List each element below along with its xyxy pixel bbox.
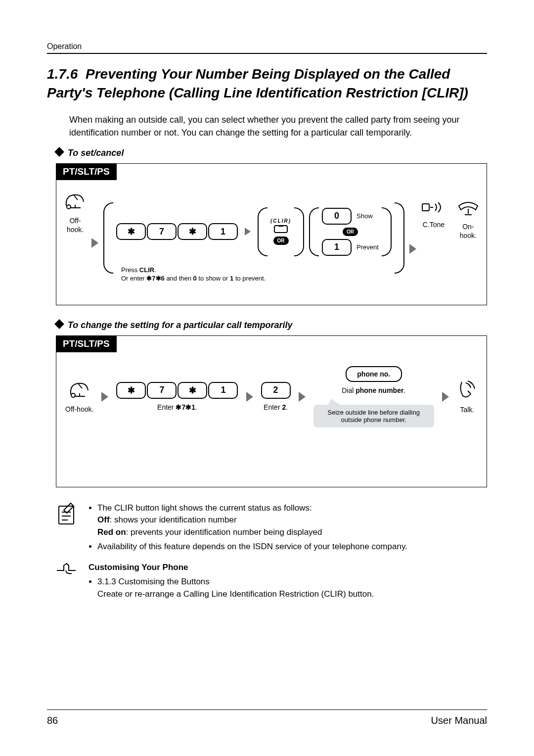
- key-1: 1: [322, 239, 352, 256]
- talk-icon: [457, 379, 478, 401]
- key-star: ✱: [116, 382, 146, 399]
- customising-item: 3.1.3 Customising the Buttons Create or …: [97, 576, 374, 600]
- arrow-icon: [409, 244, 416, 254]
- procedure-box-temporary: PT/SLT/PS Off-hook. ✱ 7 ✱ 1 Enter ✱7✱1.: [56, 335, 487, 487]
- ctone-label: C.Tone: [423, 220, 445, 229]
- dial-phone-label: Dial phone number.: [342, 386, 405, 395]
- note-item: Availability of this feature depends on …: [97, 541, 407, 553]
- manual-page: Operation 1.7.6Preventing Your Number Be…: [0, 0, 534, 756]
- arrow-icon: [245, 228, 251, 236]
- clir-indicator-label: (CLIR): [270, 218, 291, 224]
- bullet-diamond-icon: [54, 147, 64, 157]
- procedure-box-set-cancel: PT/SLT/PS Off-hook. ✱ 7 ✱: [56, 163, 487, 305]
- onhook-icon: [456, 200, 481, 218]
- bullet-diamond-icon: [54, 319, 64, 329]
- clir-button-icon: [274, 225, 288, 235]
- customising-block: Customising Your Phone 3.1.3 Customising…: [56, 562, 487, 602]
- customising-title: Customising Your Phone: [89, 562, 374, 574]
- clir-or-code-group: (CLIR) OR: [258, 207, 304, 256]
- arrow-icon: [246, 392, 253, 402]
- device-tab: PT/SLT/PS: [56, 335, 117, 352]
- arrow-icon: [299, 392, 306, 402]
- notes-list: The CLIR button light shows the current …: [89, 502, 407, 555]
- running-header: Operation: [47, 42, 487, 54]
- enter-71-label: Enter ✱7✱1.: [157, 403, 197, 412]
- subheading-temporary: To change the setting for a particular c…: [56, 320, 487, 331]
- note-item: The CLIR button light shows the current …: [97, 502, 407, 539]
- arrow-icon: [91, 238, 98, 248]
- arrow-icon: [101, 392, 108, 402]
- section-number: 1.7.6: [47, 65, 86, 84]
- key-star: ✱: [178, 223, 207, 240]
- svg-rect-1: [274, 226, 287, 233]
- key-7: 7: [147, 382, 177, 399]
- label-show: Show: [356, 212, 373, 220]
- onhook-label: On-hook.: [456, 222, 481, 240]
- enter-2-label: Enter 2.: [264, 403, 288, 412]
- notes-block: The CLIR button light shows the current …: [56, 502, 487, 555]
- subheading-set-cancel: To set/cancel: [56, 148, 487, 158]
- section-heading-text: Preventing Your Number Being Displayed o…: [47, 66, 468, 100]
- key-2: 2: [261, 382, 291, 399]
- sequence-caption: Press CLIR. Or enter ✱7✱6 and then 0 to …: [121, 266, 266, 283]
- offhook-label: Off-hook.: [64, 216, 87, 234]
- key-star: ✱: [178, 382, 207, 399]
- confirmation-tone-icon: [421, 200, 446, 216]
- talk-label: Talk.: [460, 405, 474, 414]
- or-badge: OR: [273, 236, 289, 245]
- page-footer: 86 User Manual: [47, 709, 487, 726]
- customising-text: Customising Your Phone 3.1.3 Customising…: [89, 562, 374, 602]
- key-star: ✱: [116, 223, 146, 240]
- or-badge: OR: [343, 228, 358, 236]
- pointing-hand-icon: [56, 569, 78, 578]
- offhook-label: Off-hook.: [65, 405, 93, 414]
- offhook-icon: [68, 379, 91, 401]
- section-title: 1.7.6Preventing Your Number Being Displa…: [47, 65, 487, 102]
- option-group: ✱ 7 ✱ 1 (CLIR): [103, 191, 404, 285]
- key-0: 0: [322, 208, 352, 225]
- arrow-icon: [442, 392, 449, 402]
- show-prevent-group: 0 Show OR 1 Prevent: [309, 206, 392, 258]
- seize-line-callout: Seize outside line before dialling outsi…: [313, 405, 434, 427]
- key-1: 1: [208, 223, 238, 240]
- key-7: 7: [147, 223, 177, 240]
- svg-point-4: [71, 393, 75, 397]
- device-tab: PT/SLT/PS: [56, 163, 117, 180]
- intro-paragraph: When making an outside call, you can sel…: [69, 113, 487, 139]
- phone-number-field: phone no.: [346, 366, 402, 382]
- key-1: 1: [208, 382, 238, 399]
- label-prevent: Prevent: [356, 243, 379, 251]
- svg-point-0: [67, 205, 71, 209]
- notepad-icon: [56, 519, 77, 527]
- offhook-icon: [64, 191, 87, 212]
- keypad-sequence: ✱ 7 ✱ 1: [116, 382, 238, 399]
- page-number: 86: [47, 715, 58, 726]
- doc-title: User Manual: [431, 715, 487, 726]
- keypad-sequence: ✱ 7 ✱ 1: [116, 223, 238, 240]
- svg-rect-3: [422, 204, 429, 211]
